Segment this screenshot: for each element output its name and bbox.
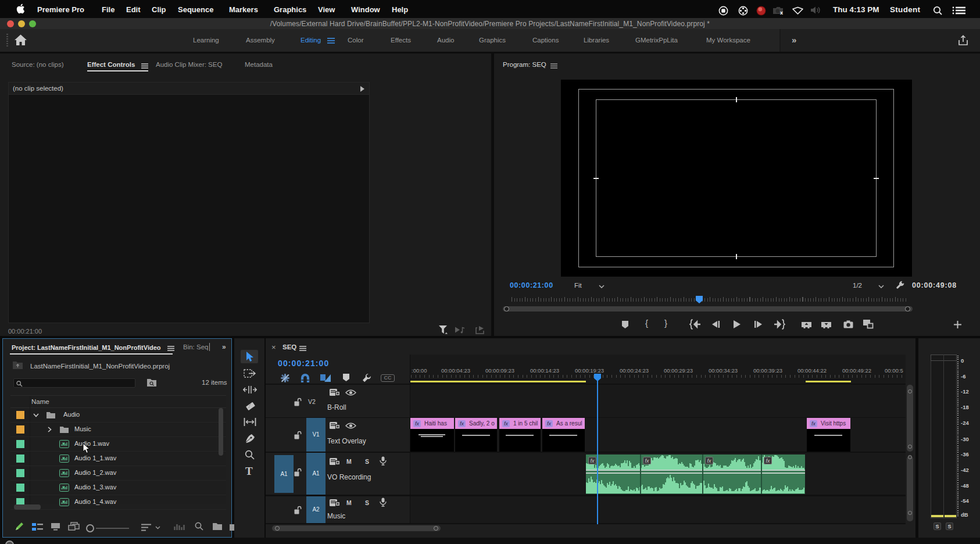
svg-text:x: x [780,10,783,16]
